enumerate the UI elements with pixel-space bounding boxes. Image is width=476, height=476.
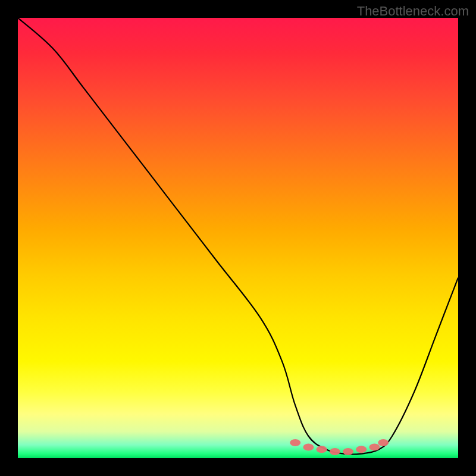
svg-point-4	[343, 448, 353, 455]
svg-point-7	[378, 439, 389, 446]
svg-point-0	[290, 439, 300, 446]
optimal-range-markers	[18, 18, 458, 458]
bottleneck-curve	[18, 18, 458, 458]
attribution-label: TheBottleneck.com	[357, 4, 469, 19]
svg-point-6	[369, 444, 380, 451]
chart-plot-area	[18, 18, 458, 458]
svg-point-1	[303, 444, 314, 451]
svg-point-3	[330, 448, 340, 455]
svg-point-5	[356, 446, 367, 453]
svg-point-2	[317, 446, 327, 453]
